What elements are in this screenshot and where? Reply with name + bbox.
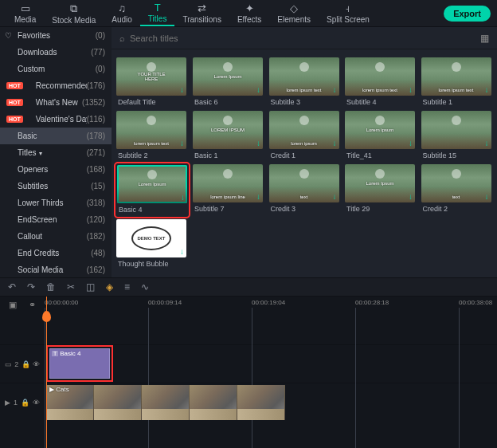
title-tile[interactable]: YOUR TITLE HERE↓Default Title — [116, 57, 188, 108]
timeline-ruler-row: ▣ ⚭ 00:00:00:0000:00:09:1400:00:19:0400:… — [0, 297, 497, 312]
sidebar-item-favorites[interactable]: ♡Favorites(0) — [0, 27, 112, 44]
tile-label: Subtitle 1 — [421, 98, 493, 106]
title-tile[interactable]: text↓Credit 2 — [421, 164, 493, 216]
audio-icon[interactable]: ∿ — [141, 281, 149, 293]
nav-media[interactable]: ▭Media — [6, 1, 44, 26]
tile-label: Subtitle 4 — [345, 98, 417, 106]
title-tile[interactable]: text↓Credit 3 — [269, 164, 341, 216]
track-2-body[interactable]: Basic 4 — [45, 345, 497, 383]
redo-icon[interactable]: ↷ — [27, 281, 35, 293]
nav-titles[interactable]: TTitles — [140, 0, 175, 26]
download-icon[interactable]: ↓ — [409, 139, 413, 147]
track-video-icon[interactable]: ▶ — [5, 399, 10, 407]
title-tile[interactable]: ↓Subtitle 15 — [421, 111, 493, 161]
hot-badge: HOT — [6, 116, 23, 123]
sidebar-item-end-credits[interactable]: End Credits(48) — [0, 245, 112, 261]
download-icon[interactable]: ↓ — [256, 192, 260, 201]
download-icon[interactable]: ↓ — [485, 139, 489, 147]
split-icon[interactable]: ✂ — [67, 281, 75, 293]
nav-split-screen[interactable]: ⫞Split Screen — [319, 1, 378, 26]
nav-elements[interactable]: ◇Elements — [269, 1, 319, 26]
hot-badge: HOT — [6, 82, 23, 89]
title-tile[interactable]: Lorem Ipsum↓Basic 4 — [116, 164, 188, 216]
sidebar-item-downloads[interactable]: Downloads(77) — [0, 44, 112, 61]
title-tile[interactable]: lorem ipsum text↓Subtitle 1 — [421, 57, 493, 108]
sidebar-item-subtitles[interactable]: Subtitles(15) — [0, 178, 112, 195]
download-icon[interactable]: ↓ — [256, 139, 260, 147]
nav-audio[interactable]: ♫Audio — [104, 1, 140, 26]
marker-icon[interactable]: ◈ — [106, 281, 113, 293]
sidebar-item-label: Downloads — [6, 48, 91, 57]
title-tile[interactable]: lorem ipsum text↓Subtitle 2 — [116, 111, 188, 161]
sidebar-item-endscreen[interactable]: EndScreen(120) — [0, 211, 112, 228]
tile-overlay-text: Lorem ipsum — [366, 128, 394, 132]
grid-view-icon[interactable]: ▦ — [480, 33, 489, 44]
sidebar-item-lower-thirds[interactable]: Lower Thirds(318) — [0, 195, 112, 211]
fit-icon[interactable]: ▣ — [9, 300, 17, 310]
sidebar-item-openers[interactable]: Openers(168) — [0, 161, 112, 178]
download-icon[interactable]: ↓ — [485, 85, 489, 94]
crop-icon[interactable]: ◫ — [86, 281, 95, 293]
content-pane: ⌕ ▦ YOUR TITLE HERE↓Default TitleLorem I… — [112, 27, 497, 277]
lock-icon[interactable]: 🔒 — [21, 399, 29, 407]
search-input[interactable] — [130, 33, 480, 43]
title-tile[interactable]: lorem ipsum text↓Subtitle 3 — [269, 57, 341, 108]
sidebar-item-label: EndScreen — [6, 215, 87, 224]
download-icon[interactable]: ↓ — [180, 85, 184, 94]
title-tile[interactable]: Lorem Ipsum↓Title 29 — [345, 164, 417, 216]
title-tile[interactable]: DEMO TEXT↓Thought Bubble — [116, 219, 188, 269]
title-tile[interactable]: LOREM IPSUM↓Basic 1 — [193, 111, 264, 161]
track-1-body[interactable]: ▶ Cats — [45, 383, 497, 421]
stock-media-icon: ⧉ — [70, 2, 77, 15]
tile-thumbnail: lorem ipsum↓ — [269, 111, 339, 149]
lock-icon[interactable]: 🔒 — [22, 360, 30, 368]
time-ruler[interactable]: 00:00:00:0000:00:09:1400:00:19:0400:00:2… — [45, 297, 497, 312]
elements-icon: ◇ — [290, 2, 298, 14]
tile-overlay-text: text — [272, 195, 335, 199]
sidebar-item-label: Basic — [6, 132, 87, 140]
title-clip[interactable]: Basic 4 — [46, 345, 113, 382]
tile-overlay-text: LOREM IPSUM — [211, 128, 245, 132]
title-tile[interactable]: lorem ipsum↓Credit 1 — [269, 111, 341, 161]
undo-icon[interactable]: ↶ — [8, 281, 16, 293]
sidebar-item-callout[interactable]: Callout(182) — [0, 228, 112, 245]
track-title-icon[interactable]: ▭ — [5, 360, 12, 368]
download-icon[interactable]: ↓ — [333, 192, 337, 201]
title-clip-label: Basic 4 — [52, 350, 81, 357]
download-icon[interactable]: ↓ — [409, 85, 413, 94]
export-button[interactable]: Export — [444, 6, 491, 22]
delete-icon[interactable]: 🗑 — [46, 281, 56, 293]
sidebar-item-what-s-new[interactable]: HOTWhat's New(1352) — [0, 94, 112, 111]
sidebar-item-basic[interactable]: Basic(178) — [0, 128, 112, 144]
nav-transitions[interactable]: ⇄Transitions — [174, 1, 229, 26]
nav-label: Media — [14, 15, 36, 24]
download-icon[interactable]: ↓ — [181, 193, 185, 202]
sidebar-item-social-media[interactable]: Social Media(162) — [0, 261, 112, 277]
timecode: 00:00:28:18 — [355, 299, 389, 306]
sidebar-item-titles[interactable]: Titles▾(271) — [0, 144, 112, 161]
download-icon[interactable]: ↓ — [333, 139, 337, 147]
visibility-icon[interactable]: 👁 — [33, 360, 40, 368]
video-clip[interactable]: ▶ Cats — [46, 385, 285, 420]
sidebar-item-custom[interactable]: Custom(0) — [0, 61, 112, 77]
title-tile[interactable]: lorem ipsum text↓Subtitle 4 — [345, 57, 417, 108]
nav-effects[interactable]: ✦Effects — [229, 1, 269, 26]
download-icon[interactable]: ↓ — [333, 85, 337, 94]
download-icon[interactable]: ↓ — [409, 192, 413, 201]
link-icon[interactable]: ⚭ — [29, 300, 36, 310]
title-gallery: YOUR TITLE HERE↓Default TitleLorem Ipsum… — [112, 49, 497, 277]
title-tile[interactable]: Lorem ipsum↓Title_41 — [345, 111, 417, 161]
download-icon[interactable]: ↓ — [180, 139, 184, 147]
visibility-icon[interactable]: 👁 — [33, 399, 40, 407]
title-tile[interactable]: Lorem Ipsum↓Basic 6 — [193, 57, 264, 108]
nav-stock-media[interactable]: ⧉Stock Media — [44, 1, 104, 26]
playhead[interactable] — [46, 297, 47, 448]
audio-icon: ♫ — [118, 2, 126, 14]
sidebar-item-valentine-s-day[interactable]: HOTValentine's Day(116) — [0, 111, 112, 128]
download-icon[interactable]: ↓ — [485, 192, 489, 201]
title-tile[interactable]: lorem ipsum line↓Subtitle 7 — [193, 164, 264, 216]
download-icon[interactable]: ↓ — [256, 85, 260, 94]
adjust-icon[interactable]: ≡ — [124, 281, 130, 293]
download-icon[interactable]: ↓ — [180, 247, 184, 256]
sidebar-item-recommended[interactable]: HOTRecommended(176) — [0, 77, 112, 94]
